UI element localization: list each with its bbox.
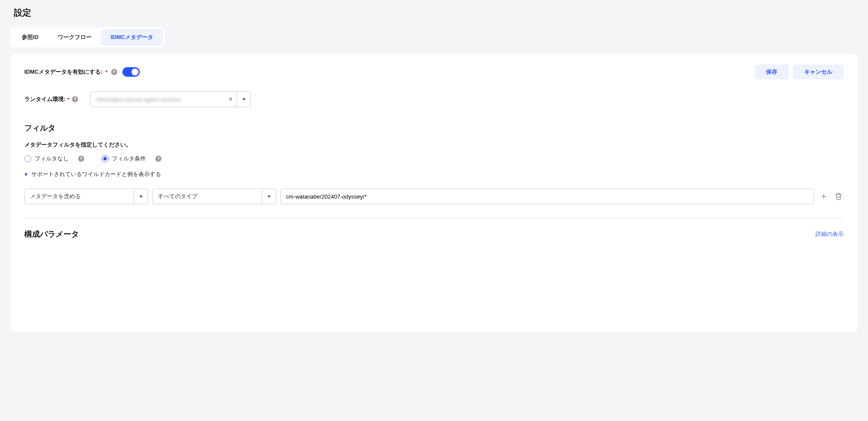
radio-filter-none[interactable] bbox=[24, 155, 31, 162]
plus-icon bbox=[820, 193, 828, 200]
filter-path-input[interactable] bbox=[280, 189, 814, 204]
tab-reference-id[interactable]: 参照ID bbox=[12, 29, 48, 46]
tabs-bar: 参照ID ワークフロー IDMCメタデータ bbox=[10, 27, 164, 47]
save-button[interactable]: 保存 bbox=[755, 65, 789, 79]
content-card: IDMCメタデータを有効にする: * ? 保存 キャンセル ランタイム環境: *… bbox=[10, 54, 858, 332]
type-value: すべてのタイプ bbox=[153, 193, 262, 200]
enable-metadata-toggle[interactable] bbox=[122, 67, 140, 77]
help-icon[interactable]: ? bbox=[72, 96, 78, 102]
chevron-down-icon[interactable] bbox=[237, 92, 250, 107]
delete-filter-button[interactable] bbox=[833, 191, 844, 202]
filter-section-title: フィルタ bbox=[24, 123, 844, 133]
tab-idmc-metadata[interactable]: IDMCメタデータ bbox=[101, 29, 163, 46]
wildcard-link-text: サポートされているワイルドカードと例を表示する bbox=[31, 170, 161, 178]
params-section-title: 構成パラメータ bbox=[24, 229, 79, 239]
runtime-select[interactable]: informatica secure agent common × bbox=[90, 91, 251, 107]
toggle-knob bbox=[132, 69, 138, 75]
chevron-down-icon[interactable] bbox=[262, 189, 276, 204]
radio-filter-condition-label: フィルタ条件 bbox=[112, 155, 146, 163]
page-title: 設定 bbox=[14, 7, 858, 19]
enable-metadata-label: IDMCメタデータを有効にする: bbox=[24, 68, 103, 76]
type-select[interactable]: すべてのタイプ bbox=[152, 189, 276, 204]
runtime-value: informatica secure agent common bbox=[91, 96, 224, 103]
tab-workflow[interactable]: ワークフロー bbox=[48, 29, 101, 46]
radio-filter-condition[interactable] bbox=[102, 155, 108, 162]
radio-filter-none-label: フィルタなし bbox=[35, 155, 69, 163]
divider bbox=[24, 218, 844, 219]
required-marker: * bbox=[105, 69, 108, 75]
trash-icon bbox=[835, 193, 842, 200]
help-icon[interactable]: ? bbox=[111, 69, 117, 75]
required-marker: * bbox=[67, 96, 69, 103]
add-filter-button[interactable] bbox=[819, 191, 829, 202]
help-icon[interactable]: ? bbox=[155, 156, 161, 162]
cancel-button[interactable]: キャンセル bbox=[793, 65, 844, 79]
show-details-link[interactable]: 詳細の表示 bbox=[815, 230, 844, 238]
runtime-label: ランタイム環境: bbox=[24, 95, 66, 103]
clear-icon[interactable]: × bbox=[224, 95, 237, 103]
help-icon[interactable]: ? bbox=[78, 156, 84, 162]
metadata-include-select[interactable]: メタデータを含める bbox=[24, 189, 148, 204]
filter-section-subtitle: メタデータフィルタを指定してください。 bbox=[24, 141, 844, 149]
wildcard-expand-link[interactable]: サポートされているワイルドカードと例を表示する bbox=[24, 170, 844, 178]
chevron-right-icon bbox=[25, 173, 28, 176]
chevron-down-icon[interactable] bbox=[134, 189, 148, 204]
metadata-include-value: メタデータを含める bbox=[25, 193, 134, 200]
